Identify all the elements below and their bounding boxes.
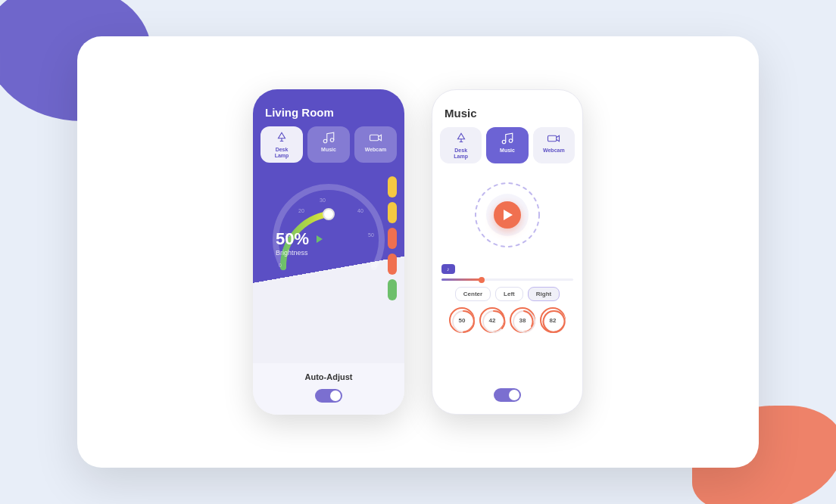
right-tab-music-label: Music [500, 148, 515, 154]
left-button[interactable]: Left [495, 287, 523, 301]
toggle-knob [330, 390, 341, 401]
dial-38[interactable]: 38 [510, 307, 535, 333]
dial-circles: 50 42 38 [441, 307, 573, 333]
right-phone-bottom [432, 381, 582, 414]
dial-arc-50 [451, 309, 476, 334]
dial-82[interactable]: 82 [540, 307, 566, 333]
color-bar-yellow1[interactable] [388, 176, 397, 198]
right-tab-webcam[interactable]: Webcam [533, 127, 575, 163]
svg-text:30: 30 [320, 198, 326, 203]
phone-music: Music DeskLamp Music [432, 89, 583, 415]
color-bar-yellow2[interactable] [388, 202, 397, 223]
auto-adjust-label: Auto-Adjust [305, 372, 353, 381]
align-buttons: Center Left Right [441, 287, 573, 301]
svg-point-3 [330, 138, 334, 142]
music-icon-right [501, 132, 514, 145]
music-toggle-knob [509, 390, 519, 400]
dial-arc-82 [541, 309, 567, 334]
svg-text:20: 20 [298, 208, 304, 213]
main-card: Living Room DeskLamp Music [77, 36, 759, 468]
left-tab-desklamp[interactable]: DeskLamp [260, 126, 303, 163]
center-button[interactable]: Center [455, 287, 491, 301]
music-title: Music [445, 107, 570, 120]
svg-point-12 [323, 209, 334, 219]
left-tab-webcam-label: Webcam [365, 147, 387, 153]
right-tab-webcam-label: Webcam [543, 148, 565, 154]
svg-rect-4 [370, 135, 379, 141]
living-room-title: Living Room [265, 106, 392, 119]
svg-text:40: 40 [357, 208, 363, 213]
color-bar-green[interactable] [388, 279, 397, 300]
progress-area: ♪ [441, 260, 573, 281]
play-button[interactable] [494, 201, 521, 229]
brightness-dial-area: 0 10 20 30 40 50 60 50% Brightness [253, 169, 404, 363]
svg-text:60: 60 [371, 263, 377, 268]
right-phone-header: Music [432, 90, 582, 127]
phone-living-room: Living Room DeskLamp Music [253, 89, 404, 415]
music-icon [322, 131, 335, 145]
music-toggle[interactable] [494, 388, 521, 402]
left-phone-tabs: DeskLamp Music Webcam [253, 126, 404, 163]
dial-arc-38 [511, 309, 537, 334]
color-bar-red1[interactable] [388, 228, 397, 249]
brightness-label: Brightness [276, 249, 323, 257]
svg-point-16 [509, 139, 513, 143]
progress-track[interactable] [441, 278, 573, 281]
lamp-icon [275, 131, 289, 145]
left-phone-header: Living Room [253, 89, 404, 126]
dial-arc-42 [481, 309, 507, 334]
left-phone-bottom: Auto-Adjust [253, 363, 404, 415]
music-circle [469, 177, 545, 253]
color-bar-red2[interactable] [388, 254, 397, 275]
brightness-value: 50% [276, 229, 309, 249]
dial-42[interactable]: 42 [479, 307, 505, 333]
svg-text:0: 0 [279, 263, 282, 268]
left-tab-desklamp-label: DeskLamp [275, 147, 289, 158]
auto-adjust-toggle[interactable] [315, 389, 342, 403]
music-player: ♪ Center Left Right 50 [432, 168, 582, 381]
right-tab-desklamp[interactable]: DeskLamp [440, 127, 482, 163]
left-tab-webcam[interactable]: Webcam [354, 126, 397, 163]
lamp-icon-right [454, 132, 468, 145]
svg-text:50: 50 [368, 232, 374, 238]
left-tab-music-label: Music [321, 147, 336, 153]
svg-point-22 [513, 311, 535, 332]
right-phone-tabs: DeskLamp Music Webcam [432, 127, 582, 163]
svg-rect-17 [548, 135, 557, 142]
svg-point-15 [502, 140, 506, 144]
play-icon-small [317, 235, 323, 243]
brightness-info: 50% Brightness [276, 229, 323, 257]
dial-50[interactable]: 50 [449, 307, 475, 333]
play-triangle-icon [504, 210, 513, 220]
right-tab-desklamp-label: DeskLamp [454, 148, 468, 159]
svg-point-2 [323, 139, 327, 143]
progress-fill [441, 278, 481, 281]
right-button[interactable]: Right [528, 287, 560, 301]
webcam-icon [369, 131, 382, 145]
progress-label: ♪ [441, 264, 455, 274]
webcam-icon-right [547, 132, 560, 145]
color-bars [388, 176, 397, 300]
right-tab-music[interactable]: Music [486, 127, 528, 163]
left-tab-music[interactable]: Music [307, 126, 350, 163]
progress-dot [479, 277, 485, 283]
